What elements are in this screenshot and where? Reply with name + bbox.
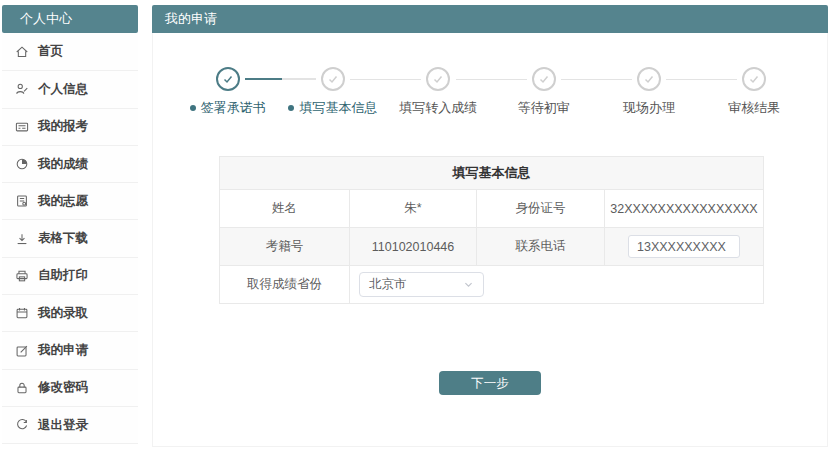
sidebar-item-home[interactable]: 首页 <box>2 33 138 70</box>
stepper: 签署承诺书 填写基本信息 填写转入成绩 <box>175 66 807 128</box>
sidebar-item-label: 退出登录 <box>38 417 88 434</box>
step-basic-info: 填写基本信息 <box>280 66 385 128</box>
table-row: 考籍号 110102010446 联系电话 <box>220 228 764 266</box>
printer-icon <box>15 269 29 283</box>
document-icon <box>15 194 29 208</box>
calendar-icon <box>15 306 29 320</box>
sidebar-item-label: 我的成绩 <box>38 156 88 173</box>
sidebar-item-label: 我的申请 <box>38 342 88 359</box>
home-icon <box>15 45 29 59</box>
phone-input[interactable] <box>628 235 740 258</box>
sidebar-item-profile[interactable]: 个人信息 <box>2 70 138 107</box>
sidebar-item-label: 我的报考 <box>38 118 88 135</box>
step-label: 现场办理 <box>623 99 675 117</box>
lock-icon <box>15 381 29 395</box>
check-icon <box>426 67 450 91</box>
sidebar-item-label: 首页 <box>38 43 63 60</box>
main-panel-body: 签署承诺书 填写基本信息 填写转入成绩 <box>152 33 828 447</box>
main-panel-title: 我的申请 <box>152 5 828 33</box>
province-select[interactable]: 北京市 <box>359 272 484 297</box>
sidebar-item-self-print[interactable]: 自助打印 <box>2 257 138 294</box>
card-icon <box>15 120 29 134</box>
step-connector <box>561 79 632 80</box>
step-connector <box>245 78 316 80</box>
sidebar-item-label: 我的录取 <box>38 305 88 322</box>
edit-icon <box>15 344 29 358</box>
sidebar-title: 个人中心 <box>2 5 138 33</box>
id-number-value: 32XXXXXXXXXXXXXXXX <box>605 190 764 228</box>
check-icon <box>216 67 240 91</box>
sidebar-menu: 首页 个人信息 我的报考 我的成绩 <box>2 33 138 444</box>
step-review-result: 审核结果 <box>702 66 807 128</box>
sidebar: 个人中心 首页 个人信息 我的报考 <box>2 5 138 444</box>
form-title: 填写基本信息 <box>220 157 764 190</box>
phone-label: 联系电话 <box>477 228 605 266</box>
province-label: 取得成绩省份 <box>220 266 350 304</box>
step-onsite-processing: 现场办理 <box>596 66 701 128</box>
sidebar-item-admission[interactable]: 我的录取 <box>2 294 138 331</box>
step-label: 填写转入成绩 <box>399 99 477 117</box>
check-icon <box>742 67 766 91</box>
check-icon <box>532 67 556 91</box>
sidebar-item-application[interactable]: 我的申请 <box>2 331 138 368</box>
id-number-label: 身份证号 <box>477 190 605 228</box>
step-label: 签署承诺书 <box>201 99 266 117</box>
step-connector <box>456 79 527 80</box>
step-connector <box>666 79 737 80</box>
exam-no-label: 考籍号 <box>220 228 350 266</box>
table-row: 姓名 朱* 身份证号 32XXXXXXXXXXXXXXXX <box>220 190 764 228</box>
sidebar-item-form-download[interactable]: 表格下载 <box>2 219 138 256</box>
check-icon <box>637 67 661 91</box>
province-select-value: 北京市 <box>369 276 407 293</box>
step-label: 审核结果 <box>728 99 780 117</box>
sidebar-item-label: 我的志愿 <box>38 193 88 210</box>
download-icon <box>15 232 29 246</box>
chevron-down-icon <box>463 279 474 290</box>
sidebar-item-label: 表格下载 <box>38 230 88 247</box>
sidebar-item-label: 个人信息 <box>38 81 88 98</box>
name-label: 姓名 <box>220 190 350 228</box>
user-icon <box>15 82 29 96</box>
sidebar-item-label: 修改密码 <box>38 379 88 396</box>
table-row: 取得成绩省份 北京市 <box>220 266 764 304</box>
next-step-button[interactable]: 下一步 <box>439 371 541 395</box>
step-label: 等待初审 <box>518 99 570 117</box>
step-transfer-scores: 填写转入成绩 <box>386 66 491 128</box>
check-icon <box>321 67 345 91</box>
sidebar-item-scores[interactable]: 我的成绩 <box>2 145 138 182</box>
step-label: 填写基本信息 <box>299 99 377 117</box>
step-connector <box>350 79 421 80</box>
pie-icon <box>15 157 29 171</box>
table-header-row: 填写基本信息 <box>220 157 764 190</box>
step-bullet-icon <box>288 105 294 111</box>
step-preliminary-review: 等待初审 <box>491 66 596 128</box>
step-sign-commitment: 签署承诺书 <box>175 66 280 128</box>
sidebar-item-logout[interactable]: 退出登录 <box>2 406 138 443</box>
main-panel: 我的申请 签署承诺书 填写基本信息 <box>152 5 828 447</box>
sidebar-item-change-password[interactable]: 修改密码 <box>2 369 138 406</box>
sidebar-item-label: 自助打印 <box>38 267 88 284</box>
step-bullet-icon <box>190 105 196 111</box>
name-value: 朱* <box>350 190 477 228</box>
logout-icon <box>15 418 29 432</box>
sidebar-item-registration[interactable]: 我的报考 <box>2 108 138 145</box>
exam-no-value: 110102010446 <box>350 228 477 266</box>
sidebar-item-preferences[interactable]: 我的志愿 <box>2 182 138 219</box>
basic-info-table: 填写基本信息 姓名 朱* 身份证号 32XXXXXXXXXXXXXXXX 考籍号… <box>219 156 764 304</box>
page: 个人中心 首页 个人信息 我的报考 <box>0 0 830 460</box>
